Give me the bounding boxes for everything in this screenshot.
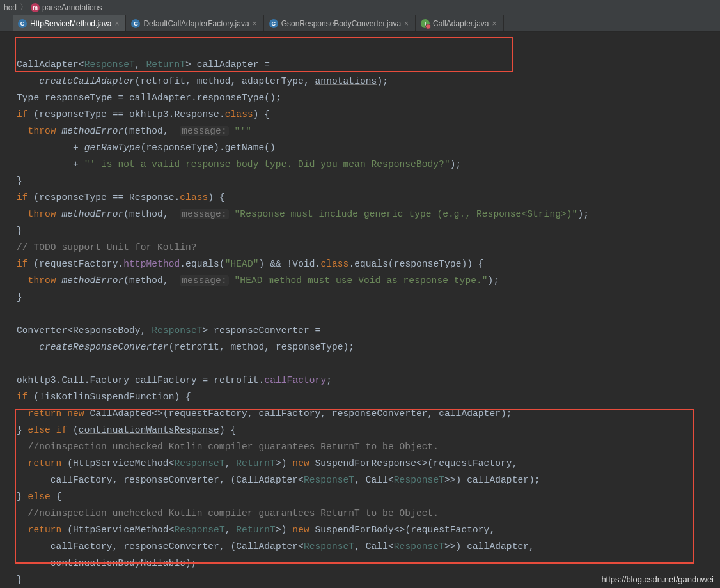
editor-tab[interactable]: ICallAdapter.java× xyxy=(416,15,503,31)
tab-label: HttpServiceMethod.java xyxy=(30,19,111,28)
close-icon[interactable]: × xyxy=(404,19,409,28)
method-icon: m xyxy=(31,3,40,12)
editor-tab[interactable]: CDefaultCallAdapterFactory.java× xyxy=(126,15,263,31)
tab-label: CallAdapter.java xyxy=(433,19,489,28)
breadcrumb-separator: 〉 xyxy=(20,2,27,13)
file-icon: C xyxy=(18,19,27,28)
file-icon: C xyxy=(269,19,278,28)
editor-tab[interactable]: CGsonResponseBodyConverter.java× xyxy=(264,15,416,31)
close-icon[interactable]: × xyxy=(114,19,119,28)
breadcrumb: hod 〉 m parseAnnotations xyxy=(0,0,720,15)
editor-tab[interactable]: CHttpServiceMethod.java× xyxy=(13,15,126,31)
breadcrumb-item[interactable]: parseAnnotations xyxy=(42,3,102,12)
editor-tabs: CHttpServiceMethod.java×CDefaultCallAdap… xyxy=(0,15,720,32)
code-editor[interactable]: CallAdapter<ResponseT, ReturnT> callAdap… xyxy=(0,32,720,588)
tab-label: GsonResponseBodyConverter.java xyxy=(281,19,401,28)
file-icon: I xyxy=(421,19,430,28)
close-icon[interactable]: × xyxy=(492,19,496,28)
watermark: https://blog.csdn.net/ganduwei xyxy=(601,575,714,584)
close-icon[interactable]: × xyxy=(253,19,257,28)
breadcrumb-item[interactable]: hod xyxy=(4,3,17,12)
file-icon: C xyxy=(131,19,140,28)
tab-label: DefaultCallAdapterFactory.java xyxy=(143,19,249,28)
